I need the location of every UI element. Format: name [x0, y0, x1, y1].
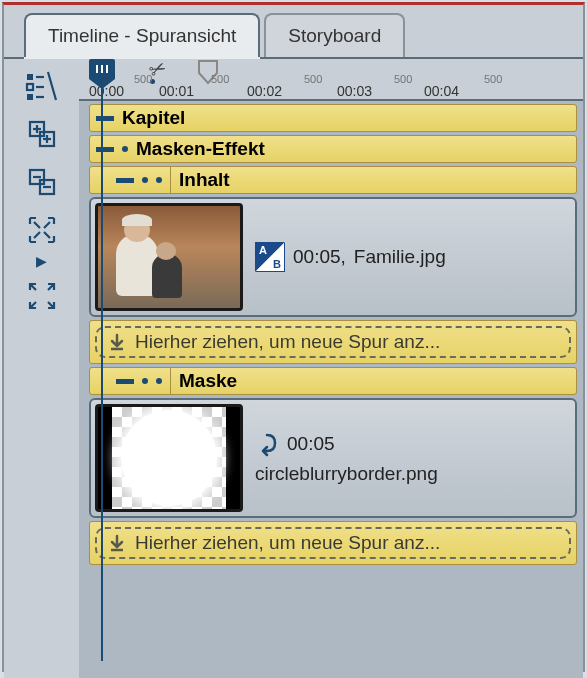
fit-width-icon [24, 212, 60, 248]
track-dot-icon [142, 378, 148, 384]
svg-line-6 [48, 72, 56, 100]
tab-bar: Timeline - Spuransicht Storyboard [4, 5, 583, 59]
svg-rect-0 [27, 74, 33, 80]
track-header-chapter[interactable]: Kapitel [89, 104, 577, 132]
play-indicator-icon: ▶ [36, 253, 47, 269]
time-ruler[interactable]: ✂ 00:00 500 00:01 500 00:02 500 00:03 50… [79, 59, 583, 101]
playhead[interactable] [89, 59, 115, 79]
track-dot-icon [156, 177, 162, 183]
collapse-all-icon [24, 164, 60, 200]
drop-arrow-icon [107, 332, 127, 352]
clip-thumbnail [95, 203, 243, 311]
clip-duration: 00:05, [293, 246, 346, 268]
track-header-mask[interactable]: Maske [89, 367, 577, 395]
timeline-panel: Timeline - Spuransicht Storyboard [2, 2, 585, 672]
dropzone-label: Hierher ziehen, um neue Spur anz... [135, 331, 440, 353]
clip-thumbnail [95, 404, 243, 512]
clip-duration: 00:05 [287, 433, 335, 455]
expand-all-button[interactable] [17, 113, 67, 155]
clip-content[interactable]: AB 00:05, Familie.jpg [89, 197, 577, 317]
fit-all-button[interactable] [17, 275, 67, 317]
collapse-icon[interactable] [96, 147, 114, 152]
clip-filename: Familie.jpg [354, 246, 446, 268]
collapse-all-button[interactable] [17, 161, 67, 203]
track-dot-icon [142, 177, 148, 183]
dropzone-label: Hierher ziehen, um neue Spur anz... [135, 532, 440, 554]
fit-all-icon [24, 278, 60, 314]
workspace: ▶ ✂ 00:00 500 [4, 59, 583, 678]
track-header-content[interactable]: Inhalt [89, 166, 577, 194]
loop-icon [255, 431, 279, 457]
timeline-area: ✂ 00:00 500 00:01 500 00:02 500 00:03 50… [79, 59, 583, 678]
expand-all-icon [24, 116, 60, 152]
collapse-icon[interactable] [116, 379, 134, 384]
transition-icon: AB [255, 242, 285, 272]
tab-storyboard[interactable]: Storyboard [264, 13, 405, 57]
collapse-icon[interactable] [96, 116, 114, 121]
ruler-ticks: 00:00 500 00:01 500 00:02 500 00:03 500 … [89, 79, 583, 99]
toggle-tracks-button[interactable] [17, 65, 67, 107]
tab-timeline[interactable]: Timeline - Spuransicht [24, 13, 260, 57]
collapse-icon[interactable] [116, 178, 134, 183]
track-title: Inhalt [179, 169, 230, 191]
toggle-tracks-icon [24, 68, 60, 104]
fit-width-button[interactable] [17, 209, 67, 251]
track-dot-icon [156, 378, 162, 384]
dropzone-content[interactable]: Hierher ziehen, um neue Spur anz... [89, 320, 577, 364]
track-title: Maske [179, 370, 237, 392]
track-dot-icon [122, 146, 128, 152]
tracks-container: Kapitel Masken-Effekt Inhalt [79, 104, 583, 565]
svg-rect-4 [27, 94, 33, 100]
track-title: Masken-Effekt [136, 138, 265, 160]
clip-filename: circleblurryborder.png [255, 463, 438, 485]
drop-arrow-icon [107, 533, 127, 553]
clip-mask[interactable]: 00:05 circleblurryborder.png [89, 398, 577, 518]
track-header-mask-effect[interactable]: Masken-Effekt [89, 135, 577, 163]
svg-rect-2 [27, 84, 33, 90]
track-title: Kapitel [122, 107, 185, 129]
timeline-toolbar: ▶ [4, 59, 79, 678]
dropzone-mask[interactable]: Hierher ziehen, um neue Spur anz... [89, 521, 577, 565]
